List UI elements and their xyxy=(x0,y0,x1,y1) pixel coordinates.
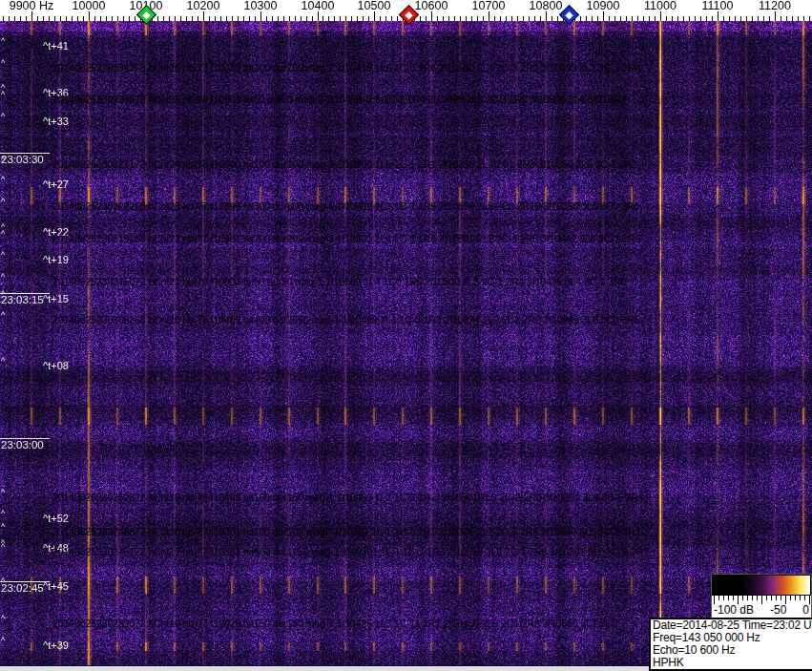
ruler-tick xyxy=(100,16,101,21)
ruler-tick xyxy=(792,16,793,21)
ruler-tick xyxy=(500,16,501,21)
ruler-tick xyxy=(454,16,455,21)
ruler-tick xyxy=(37,16,38,21)
ruler-tick xyxy=(209,16,210,21)
ruler-tick xyxy=(180,16,181,21)
ruler-tick xyxy=(31,11,32,21)
scale-tick xyxy=(723,596,724,600)
ruler-tick xyxy=(529,16,530,21)
ruler-tick xyxy=(803,16,804,21)
ruler-tick xyxy=(198,16,198,21)
ruler-tick xyxy=(43,16,44,21)
freq-tick-label: 10500 xyxy=(358,0,391,12)
ruler-tick xyxy=(706,16,707,21)
ruler-tick xyxy=(471,16,472,21)
ruler-tick xyxy=(557,16,558,21)
freq-tick-label: 11100 xyxy=(702,0,734,12)
ruler-tick xyxy=(397,16,398,21)
ruler-tick xyxy=(523,16,524,21)
info-line: HPHK xyxy=(653,657,812,669)
ruler-tick xyxy=(723,16,724,21)
freq-tick-label: 10600 xyxy=(415,0,448,12)
ruler-tick xyxy=(546,11,547,21)
ruler-tick xyxy=(420,16,421,21)
ruler-tick xyxy=(249,16,250,21)
ruler-tick xyxy=(112,16,113,21)
scale-tick xyxy=(718,596,719,600)
ruler-tick xyxy=(426,16,427,21)
ruler-tick xyxy=(351,16,352,21)
freq-tick-label: 10900 xyxy=(587,0,620,12)
scale-tick xyxy=(781,596,781,600)
bottom-border xyxy=(0,666,653,671)
ruler-tick xyxy=(620,16,621,21)
ruler-tick xyxy=(283,16,284,21)
ruler-tick xyxy=(643,16,644,21)
ruler-tick xyxy=(763,16,764,21)
ruler-tick xyxy=(215,16,216,21)
ruler-tick xyxy=(163,16,164,21)
scale-tick xyxy=(790,596,791,600)
color-scale-labels: -100 dB -50 0 xyxy=(712,604,811,618)
ruler-tick xyxy=(552,16,552,21)
ruler-tick xyxy=(345,16,346,21)
ruler-tick xyxy=(786,16,787,21)
scale-max-label: 0 xyxy=(802,604,809,617)
ruler-tick xyxy=(677,16,678,21)
ruler-tick xyxy=(477,16,478,21)
ruler-tick xyxy=(334,16,335,21)
ruler-tick xyxy=(586,16,587,21)
ruler-tick xyxy=(517,16,518,21)
freq-tick-label: 10200 xyxy=(187,0,220,12)
spectrogram-waterfall[interactable] xyxy=(0,21,812,665)
ruler-tick xyxy=(123,16,124,21)
ruler-tick xyxy=(597,16,598,21)
ruler-tick xyxy=(712,16,713,21)
ruler-tick xyxy=(735,16,736,21)
ruler-tick xyxy=(695,16,696,21)
db-color-scale: -100 dB -50 0 xyxy=(711,574,812,619)
ruler-tick xyxy=(374,11,375,21)
ruler-tick xyxy=(357,16,358,21)
ruler-tick xyxy=(9,16,10,21)
ruler-tick xyxy=(637,16,638,21)
ruler-tick xyxy=(506,16,507,21)
ruler-tick xyxy=(318,11,319,21)
ruler-tick xyxy=(49,16,50,21)
ruler-tick xyxy=(746,16,747,21)
scale-mid-label: -50 xyxy=(770,604,786,617)
ruler-tick xyxy=(83,16,84,21)
ruler-tick xyxy=(700,16,701,21)
freq-tick-label: 10400 xyxy=(302,0,335,12)
ruler-tick xyxy=(626,16,627,21)
ruler-tick xyxy=(718,11,718,21)
scale-tick xyxy=(747,596,748,600)
scale-tick xyxy=(733,596,734,600)
ruler-tick xyxy=(431,11,432,21)
ruler-tick xyxy=(272,16,273,21)
ruler-tick xyxy=(157,16,158,21)
color-gradient-bar xyxy=(712,575,811,596)
ruler-tick xyxy=(666,16,667,21)
ruler-tick xyxy=(448,16,449,21)
ruler-tick xyxy=(135,16,135,21)
ruler-tick xyxy=(729,16,730,21)
ruler-tick xyxy=(117,16,118,21)
scale-tick xyxy=(785,596,786,604)
ruler-tick xyxy=(660,11,661,21)
ruler-tick xyxy=(609,16,610,21)
ruler-tick xyxy=(540,16,541,21)
ruler-tick xyxy=(603,11,604,21)
scale-min-label: -100 dB xyxy=(714,604,754,617)
ruler-tick xyxy=(106,16,107,21)
ruler-tick xyxy=(77,16,78,21)
ruler-tick xyxy=(758,16,759,21)
scale-tick xyxy=(809,596,810,604)
ruler-tick xyxy=(226,16,227,21)
ruler-tick xyxy=(289,16,290,21)
ruler-tick xyxy=(363,16,364,21)
ruler-tick xyxy=(683,16,684,21)
scale-tick xyxy=(714,596,715,604)
scale-tick xyxy=(752,596,753,600)
ruler-tick xyxy=(580,16,581,21)
